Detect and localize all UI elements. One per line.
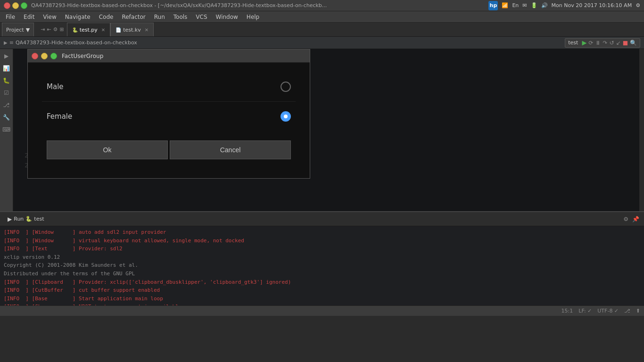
speaker-icon: 🔊 bbox=[541, 2, 548, 8]
console-line-2: [INFO ] [Text ] Provider: sdl2 bbox=[4, 245, 640, 253]
tab-ctrl-4[interactable]: ⊞ bbox=[59, 26, 64, 33]
breadcrumb: QA47387293-Hide-textbox-based-on-checkbo… bbox=[16, 40, 137, 46]
male-radio-button[interactable] bbox=[281, 82, 291, 92]
menu-window[interactable]: Window bbox=[212, 13, 242, 21]
sidebar-chart-icon[interactable]: 📊 bbox=[1, 63, 12, 74]
editor-area[interactable]: 24 25 rt ObjectProperty lder ort Window … bbox=[13, 49, 644, 211]
modal-maximize-button[interactable] bbox=[50, 53, 57, 59]
search-code-icon[interactable]: 🔍 bbox=[630, 40, 637, 46]
project-label: Project bbox=[6, 27, 24, 33]
breadcrumb-bar: ▶ ≡ QA47387293-Hide-textbox-based-on-che… bbox=[0, 37, 644, 49]
sidebar-terminal-icon[interactable]: ⌨ bbox=[1, 124, 12, 135]
bottom-controls: ⚙ 📌 bbox=[622, 215, 640, 223]
tab-label-test-kv: test.kv bbox=[123, 27, 141, 33]
male-label: Male bbox=[47, 82, 64, 91]
menu-file[interactable]: File bbox=[2, 13, 19, 21]
tab-close-test-py[interactable]: ✕ bbox=[101, 27, 105, 33]
menu-vcs[interactable]: VCS bbox=[192, 13, 211, 21]
female-label: Female bbox=[47, 112, 72, 121]
run-label: test bbox=[568, 40, 578, 46]
py-file-icon: 🐍 bbox=[72, 27, 78, 33]
console-line-0: [INFO ] [Window ] auto add sdl2 input pr… bbox=[4, 228, 640, 237]
project-selector[interactable]: Project ▼ bbox=[2, 23, 34, 36]
run-tab-icon: ▶ bbox=[8, 216, 12, 222]
console-line-9: [INFO ] [GL ] NPOT texture support is av… bbox=[4, 303, 640, 305]
minimize-window-btn[interactable] bbox=[12, 2, 19, 9]
hp-logo: hp bbox=[488, 1, 498, 10]
title-bar-right: hp 📶 En ✉ 🔋 🔊 Mon Nov 20 2017 10:16:10 A… bbox=[488, 1, 640, 10]
window-title: QA47387293-Hide-textbox-based-on-checkbo… bbox=[31, 2, 485, 8]
menu-code[interactable]: Code bbox=[95, 13, 117, 21]
maximize-window-btn[interactable] bbox=[21, 2, 27, 9]
main-area: ▶ 📊 🐛 ☑ ⎇ 🔧 ⌨ 24 25 rt ObjectProperty bbox=[0, 49, 644, 211]
modal-overlay: FactUserGroup Male Female bbox=[13, 49, 644, 211]
sidebar-run-icon[interactable]: ▶ bbox=[1, 51, 12, 61]
run-tab-label: Run bbox=[14, 216, 24, 222]
sidebar-git-icon[interactable]: ⎇ bbox=[1, 100, 12, 110]
menu-navigate[interactable]: Navigate bbox=[61, 13, 94, 21]
menu-help[interactable]: Help bbox=[243, 13, 263, 21]
console-area: [INFO ] [Window ] auto add sdl2 input pr… bbox=[0, 226, 644, 305]
tab-ctrl-3[interactable]: ⚙ bbox=[53, 26, 58, 33]
window-controls[interactable] bbox=[4, 2, 27, 9]
stop-icon[interactable]: ■ bbox=[623, 40, 628, 46]
keyboard-lang: En bbox=[512, 2, 519, 8]
pin-btn[interactable]: 📌 bbox=[631, 215, 640, 223]
wifi-icon: 📶 bbox=[502, 2, 508, 8]
menu-edit[interactable]: Edit bbox=[20, 13, 38, 21]
tab-bar: Project ▼ ⇥ ⇤ ⚙ ⊞ 🐍 test.py ✕ 📄 test.kv … bbox=[0, 23, 644, 37]
modal-title-bar: FactUserGroup bbox=[28, 49, 310, 63]
console-line-1: [INFO ] [Window ] virtual keyboard not a… bbox=[4, 237, 640, 245]
cancel-button[interactable]: Cancel bbox=[170, 140, 291, 159]
female-radio-button[interactable] bbox=[281, 111, 291, 122]
tab-ctrl-1[interactable]: ⇥ bbox=[41, 26, 45, 33]
battery-icon: 🔋 bbox=[531, 2, 537, 8]
title-bar: QA47387293-Hide-textbox-based-on-checkbo… bbox=[0, 0, 644, 11]
stop-over-icon[interactable]: ↙ bbox=[616, 40, 621, 46]
tab-controls: ⇥ ⇤ ⚙ ⊞ bbox=[38, 23, 67, 36]
tab-ctrl-2[interactable]: ⇤ bbox=[47, 26, 51, 33]
run-tab[interactable]: ▶ Run 🐍 test bbox=[4, 216, 48, 222]
play-icon[interactable]: ▶ bbox=[582, 39, 586, 46]
console-line-4: Copyright (C) 2001-2008 Kim Saunders et … bbox=[4, 261, 640, 270]
sidebar-tools-icon[interactable]: 🔧 bbox=[1, 112, 12, 123]
run-controls: test ▶ ⟳ ⏸ ↷ ↺ ↙ ■ 🔍 bbox=[565, 38, 640, 48]
encoding: UTF-8 ✓ bbox=[597, 308, 619, 314]
male-radio-row[interactable]: Male bbox=[42, 72, 296, 102]
upload-icon: ⬆ bbox=[636, 308, 640, 314]
run-tab-emoji: 🐍 bbox=[25, 216, 32, 222]
console-line-3: xclip version 0.12 bbox=[4, 253, 640, 262]
sidebar-todo-icon[interactable]: ☑ bbox=[1, 88, 12, 98]
tab-test-py[interactable]: 🐍 test.py ✕ bbox=[67, 23, 111, 36]
step-over-icon[interactable]: ↷ bbox=[603, 40, 607, 46]
console-line-5: Distributed under the terms of the GNU G… bbox=[4, 270, 640, 278]
datetime: Mon Nov 20 2017 10:16:10 AM bbox=[552, 2, 632, 8]
modal-minimize-button[interactable] bbox=[41, 53, 48, 59]
menu-refactor[interactable]: Refactor bbox=[118, 13, 149, 21]
modal-dialog: FactUserGroup Male Female bbox=[27, 49, 310, 179]
modal-close-button[interactable] bbox=[32, 53, 38, 59]
menu-bar: File Edit View Navigate Code Refactor Ru… bbox=[0, 11, 644, 23]
menu-run[interactable]: Run bbox=[150, 13, 169, 21]
pause-icon[interactable]: ⏸ bbox=[595, 40, 601, 46]
settings-bottom-btn[interactable]: ⚙ bbox=[622, 215, 629, 223]
reload-icon[interactable]: ↺ bbox=[610, 40, 614, 46]
ok-button[interactable]: Ok bbox=[47, 140, 168, 159]
female-radio-row[interactable]: Female bbox=[42, 102, 296, 131]
settings-icon: ⚙ bbox=[636, 2, 640, 8]
modal-body: Male Female Ok Cancel bbox=[28, 63, 310, 178]
line-ending: LF: ✓ bbox=[578, 308, 592, 314]
tab-close-test-kv[interactable]: ✕ bbox=[145, 27, 149, 33]
bottom-tab-bar: ▶ Run 🐍 test ⚙ 📌 bbox=[0, 212, 644, 226]
modal-buttons: Ok Cancel bbox=[42, 131, 296, 164]
cursor-position: 15:1 bbox=[561, 308, 573, 314]
kv-file-icon: 📄 bbox=[116, 27, 121, 33]
close-window-btn[interactable] bbox=[4, 2, 10, 9]
run-tab-test-label: test bbox=[34, 216, 44, 222]
menu-view[interactable]: View bbox=[39, 13, 60, 21]
chevron-down-icon: ▼ bbox=[26, 27, 30, 33]
rerun-icon[interactable]: ⟳ bbox=[588, 40, 593, 46]
tab-test-kv[interactable]: 📄 test.kv ✕ bbox=[110, 23, 154, 36]
sidebar-debug-icon[interactable]: 🐛 bbox=[1, 75, 12, 86]
menu-tools[interactable]: Tools bbox=[170, 13, 191, 21]
